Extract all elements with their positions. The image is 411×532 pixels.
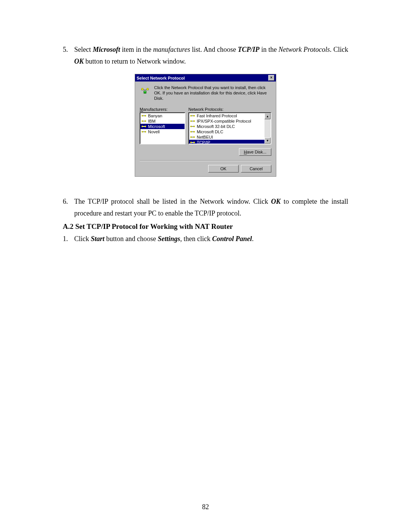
svg-point-8 (145, 115, 146, 117)
text-bolditalic: Microsoft (93, 46, 120, 53)
manufacturer-item-label: Novell (148, 129, 160, 134)
text-italic: Network Protocols (279, 46, 330, 53)
protocols-listbox[interactable]: Fast Infrared ProtocolIPX/SPX-compatible… (188, 112, 271, 144)
dialog-lists: Manufacturers: BanyanIBMMicrosoftNovell … (140, 107, 271, 144)
step-1-number: 1. (63, 233, 74, 245)
text: in the (260, 46, 279, 53)
text-italic: manufactures (153, 46, 190, 53)
protocol-item-label: TCP/IP (197, 140, 210, 144)
text: item in the (120, 46, 153, 53)
step-1-text: Click Start button and choose Settings, … (74, 233, 348, 245)
text: . (252, 235, 254, 243)
manufacturer-item[interactable]: Banyan (140, 113, 185, 118)
down-arrow-icon: ▼ (266, 139, 269, 142)
protocol-icon (190, 135, 195, 139)
step-6-number: 6. (63, 196, 74, 219)
manufacturers-column: Manufacturers: BanyanIBMMicrosoftNovell (140, 107, 185, 144)
svg-point-35 (193, 142, 195, 143)
svg-point-17 (145, 131, 146, 133)
scrollbar[interactable]: ▲ ▼ (264, 113, 271, 144)
cancel-button[interactable]: Cancel (241, 165, 271, 173)
manufacturers-label: Manufacturers: (140, 107, 185, 112)
svg-point-34 (190, 142, 192, 143)
have-disk-row: Have Disk... (140, 148, 271, 156)
protocol-item[interactable]: NetBEUI (189, 134, 264, 140)
close-icon: × (270, 75, 272, 80)
text: Click (74, 235, 91, 243)
text: . Click (330, 46, 348, 53)
protocol-item-label: Microsoft 32-bit DLC (197, 124, 235, 129)
protocol-icon (190, 119, 195, 123)
manufacturer-item[interactable]: IBM (140, 118, 185, 124)
svg-point-32 (193, 136, 195, 138)
have-disk-button[interactable]: Have Disk... (239, 148, 271, 156)
step-6: 6. The TCP/IP protocol shall be listed i… (63, 196, 348, 219)
svg-point-31 (190, 136, 192, 138)
close-button[interactable]: × (268, 75, 274, 81)
manufacturer-item-label: IBM (148, 119, 156, 123)
step-6-text: The TCP/IP protocol shall be listed in t… (74, 196, 348, 219)
svg-point-16 (142, 131, 143, 133)
ok-button[interactable]: OK (208, 165, 239, 173)
protocol-icon (141, 113, 147, 118)
text: The TCP/IP protocol shall be listed in t… (74, 198, 271, 205)
svg-point-13 (142, 126, 143, 127)
section-heading-a2: A.2 Set TCP/IP Protocol for Working with… (63, 222, 348, 231)
protocol-item[interactable]: TCP/IP (189, 140, 264, 144)
scroll-down-button[interactable]: ▼ (264, 137, 271, 144)
protocol-item-label: Fast Infrared Protocol (197, 113, 237, 118)
svg-point-19 (190, 115, 192, 117)
manufacturer-item[interactable]: Microsoft (140, 124, 185, 129)
svg-point-25 (190, 126, 192, 127)
text-bolditalic: OK (74, 58, 84, 65)
svg-point-28 (190, 131, 192, 133)
text: button to return to Network window. (84, 58, 186, 65)
manufacturer-item-label: Banyan (148, 113, 162, 118)
dialog-header: Click the Network Protocol that you want… (140, 85, 271, 105)
dialog-instruction: Click the Network Protocol that you want… (154, 85, 271, 101)
svg-point-26 (193, 126, 195, 127)
step-5: 5. Select Microsoft item in the manufact… (63, 44, 348, 67)
protocol-icon (190, 113, 195, 118)
up-arrow-icon: ▲ (266, 115, 269, 118)
scroll-up-button[interactable]: ▲ (264, 113, 271, 119)
scroll-track[interactable] (264, 119, 271, 137)
dialog-select-network-protocol: Select Network Protocol × Click the (135, 74, 276, 177)
svg-point-11 (145, 120, 146, 122)
protocol-item[interactable]: IPX/SPX-compatible Protocol (189, 118, 264, 124)
protocol-icon (190, 129, 195, 134)
svg-point-7 (142, 115, 143, 117)
step-1: 1. Click Start button and choose Setting… (63, 233, 348, 245)
svg-point-22 (190, 120, 192, 122)
svg-point-14 (145, 126, 146, 127)
dialog-body: Click the Network Protocol that you want… (135, 81, 276, 176)
protocol-icon (141, 119, 147, 123)
protocol-item[interactable]: Microsoft 32-bit DLC (189, 124, 264, 129)
protocols-list-inner: Fast Infrared ProtocolIPX/SPX-compatible… (189, 113, 264, 144)
dialog-title: Select Network Protocol (137, 76, 185, 80)
manufacturers-listbox[interactable]: BanyanIBMMicrosoftNovell (140, 112, 185, 144)
dialog-separator (140, 160, 271, 161)
dialog-button-row: OK Cancel (140, 165, 271, 173)
text-bolditalic: OK (271, 198, 280, 205)
svg-rect-5 (144, 91, 146, 92)
protocol-item[interactable]: Fast Infrared Protocol (189, 113, 264, 118)
svg-point-20 (193, 115, 195, 117)
manufacturer-item-label: Microsoft (148, 124, 165, 129)
text-bolditalic: TCP/IP (238, 46, 260, 53)
svg-point-10 (142, 120, 143, 122)
network-icon (140, 85, 150, 96)
svg-point-3 (147, 88, 149, 90)
manufacturer-item[interactable]: Novell (140, 129, 185, 134)
text: , then click (180, 235, 212, 243)
protocol-item-label: IPX/SPX-compatible Protocol (197, 119, 251, 123)
text-bolditalic: Start (91, 235, 105, 243)
step-5-text: Select Microsoft item in the manufacture… (74, 44, 348, 67)
page-number: 82 (0, 503, 411, 511)
protocols-column: Network Protocols: Fast Infrared Protoco… (188, 107, 271, 144)
dialog-titlebar: Select Network Protocol × (135, 74, 276, 81)
protocol-icon (141, 124, 147, 129)
text: Select (74, 46, 93, 53)
protocol-item[interactable]: Microsoft DLC (189, 129, 264, 134)
protocols-label: Network Protocols: (188, 107, 271, 112)
